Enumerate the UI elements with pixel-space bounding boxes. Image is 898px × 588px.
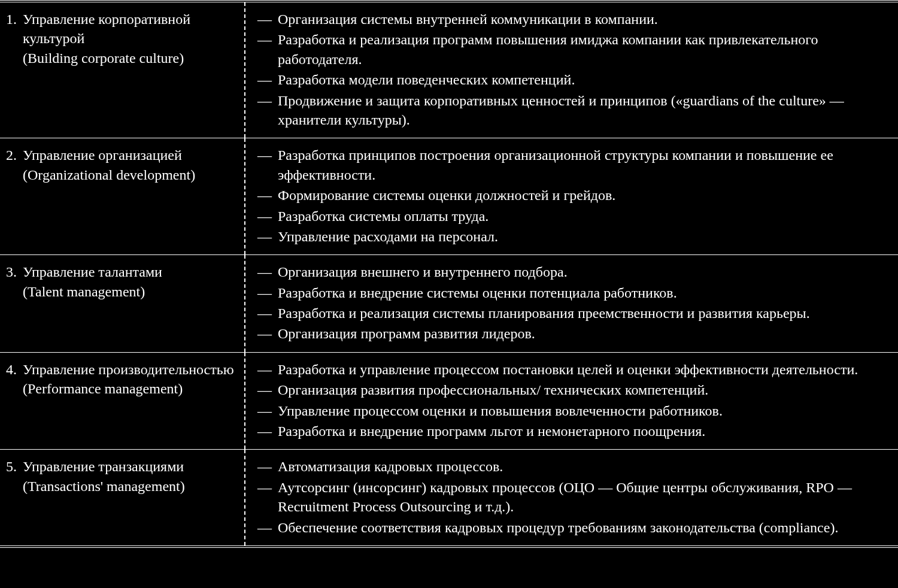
bullet-item: —Управление расходами на персонал.: [257, 227, 886, 246]
dash-icon: —: [257, 207, 278, 226]
bullet-text: Управление расходами на персонал.: [278, 227, 886, 246]
bullet-text: Разработка модели поведенческих компетен…: [278, 70, 886, 89]
bullet-item: —Управление процессом оценки и повышения…: [257, 401, 886, 420]
bullet-item: —Разработка и реализация программ повыше…: [257, 30, 886, 69]
bullet-item: —Разработка модели поведенческих компете…: [257, 70, 886, 89]
row-title-cell: 2.Управление организацией(Organizational…: [0, 138, 245, 254]
dash-icon: —: [257, 478, 278, 497]
dash-icon: —: [257, 283, 278, 302]
row-number: 3.: [6, 262, 23, 281]
bullet-text: Разработка и реализация системы планиров…: [278, 304, 886, 323]
bullet-text: Управление процессом оценки и повышения …: [278, 401, 886, 420]
row-title-cell: 1.Управление корпоративной культурой(Bui…: [0, 2, 245, 138]
row-title-ru: Управление талантами: [23, 262, 237, 281]
bullet-text: Формирование системы оценки должностей и…: [278, 186, 886, 205]
table-row: 3.Управление талантами(Talent management…: [0, 254, 898, 352]
dash-icon: —: [257, 360, 278, 379]
table-row: 5.Управление транзакциями(Transactions' …: [0, 449, 898, 545]
bullet-text: Разработка и внедрение программ льгот и …: [278, 422, 886, 441]
dash-icon: —: [257, 304, 278, 323]
bullet-item: —Разработка принципов построения организ…: [257, 146, 886, 184]
row-title-en: (Performance management): [23, 379, 237, 398]
dash-icon: —: [257, 227, 278, 246]
row-number: 5.: [6, 457, 23, 476]
row-title-en: (Building corporate culture): [23, 49, 237, 68]
table-row: 2.Управление организацией(Organizational…: [0, 138, 898, 254]
dash-icon: —: [257, 10, 278, 29]
table-row: 1.Управление корпоративной культурой(Bui…: [0, 2, 898, 138]
bullet-text: Разработка и реализация программ повышен…: [278, 30, 886, 69]
bullet-item: —Формирование системы оценки должностей …: [257, 186, 886, 205]
hr-functions-table: 1.Управление корпоративной культурой(Bui…: [0, 0, 898, 548]
dash-icon: —: [257, 324, 278, 343]
row-bullets-cell: —Автоматизация кадровых процессов.—Аутсо…: [245, 450, 898, 545]
bullet-item: —Разработка и реализация системы планиро…: [257, 304, 886, 323]
bullet-item: —Разработка и управление процессом поста…: [257, 360, 886, 379]
bullet-text: Обеспечение соответствия кадровых процед…: [278, 518, 886, 537]
bullet-text: Организация развития профессиональных/ т…: [278, 380, 886, 399]
row-bullets-cell: —Организация системы внутренней коммуник…: [245, 2, 898, 138]
bullet-text: Разработка системы оплаты труда.: [278, 207, 886, 226]
table-row: 4.Управление производительностью(Perform…: [0, 352, 898, 450]
bullet-item: —Автоматизация кадровых процессов.: [257, 457, 886, 476]
bullet-item: —Организация системы внутренней коммуник…: [257, 10, 886, 29]
row-title-ru: Управление транзакциями: [23, 457, 237, 476]
bullet-item: —Разработка и внедрение системы оценки п…: [257, 283, 886, 302]
bullet-item: —Организация программ развития лидеров.: [257, 324, 886, 343]
bullet-item: —Аутсорсинг (инсорсинг) кадровых процесс…: [257, 478, 886, 517]
dash-icon: —: [257, 422, 278, 441]
dash-icon: —: [257, 70, 278, 89]
bullet-text: Автоматизация кадровых процессов.: [278, 457, 886, 476]
bullet-item: —Организация развития профессиональных/ …: [257, 380, 886, 399]
bullet-text: Организация программ развития лидеров.: [278, 324, 886, 343]
bullet-item: —Обеспечение соответствия кадровых проце…: [257, 518, 886, 537]
row-title-cell: 3.Управление талантами(Talent management…: [0, 255, 245, 352]
row-title-en: (Organizational development): [23, 165, 237, 184]
row-number: 4.: [6, 360, 23, 379]
dash-icon: —: [257, 262, 278, 281]
bullet-item: —Разработка системы оплаты труда.: [257, 207, 886, 226]
row-title-en: (Talent management): [23, 282, 237, 301]
dash-icon: —: [257, 146, 278, 165]
bullet-text: Разработка принципов построения организа…: [278, 146, 886, 184]
bullet-text: Продвижение и защита корпоративных ценно…: [278, 91, 886, 130]
dash-icon: —: [257, 457, 278, 476]
row-number: 2.: [6, 146, 23, 165]
row-bullets-cell: —Организация внешнего и внутреннего подб…: [245, 255, 898, 352]
dash-icon: —: [257, 380, 278, 399]
row-title-ru: Управление производительностью: [23, 360, 237, 379]
row-title-cell: 5.Управление транзакциями(Transactions' …: [0, 450, 245, 545]
dash-icon: —: [257, 91, 278, 110]
bullet-text: Разработка и внедрение системы оценки по…: [278, 283, 886, 302]
bullet-item: —Организация внешнего и внутреннего подб…: [257, 262, 886, 281]
bullet-item: —Разработка и внедрение программ льгот и…: [257, 422, 886, 441]
bullet-text: Организация системы внутренней коммуника…: [278, 10, 886, 29]
row-bullets-cell: —Разработка и управление процессом поста…: [245, 353, 898, 450]
bullet-text: Аутсорсинг (инсорсинг) кадровых процессо…: [278, 478, 886, 517]
row-title-ru: Управление корпоративной культурой: [23, 10, 237, 49]
bullet-text: Разработка и управление процессом постан…: [278, 360, 886, 379]
row-title-ru: Управление организацией: [23, 146, 237, 165]
dash-icon: —: [257, 518, 278, 537]
dash-icon: —: [257, 30, 278, 49]
row-number: 1.: [6, 10, 23, 29]
row-bullets-cell: —Разработка принципов построения организ…: [245, 138, 898, 254]
dash-icon: —: [257, 401, 278, 420]
bullet-text: Организация внешнего и внутреннего подбо…: [278, 262, 886, 281]
dash-icon: —: [257, 186, 278, 205]
row-title-cell: 4.Управление производительностью(Perform…: [0, 353, 245, 450]
bullet-item: —Продвижение и защита корпоративных ценн…: [257, 91, 886, 130]
row-title-en: (Transactions' management): [23, 477, 237, 496]
